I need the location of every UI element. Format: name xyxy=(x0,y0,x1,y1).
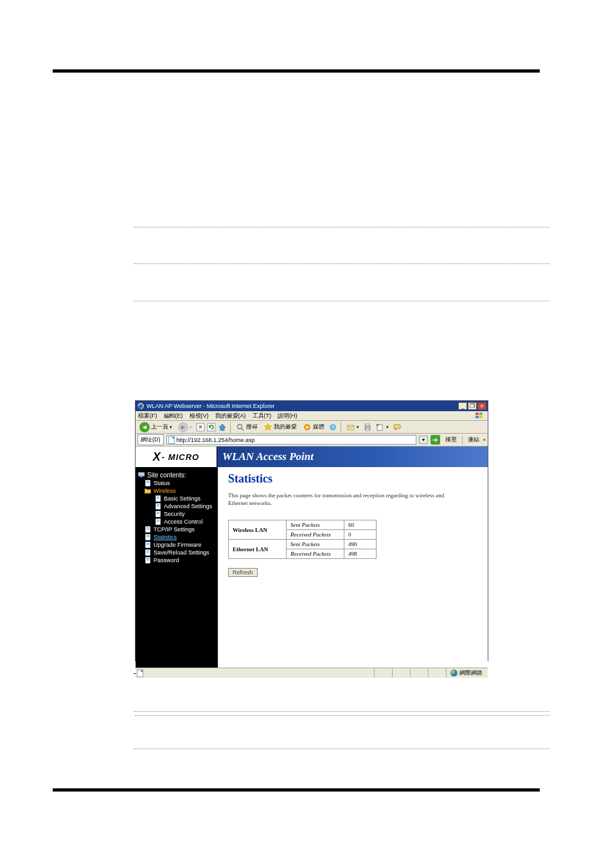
back-button[interactable]: ◄ 上一頁 ▾ xyxy=(138,421,174,433)
menu-view[interactable]: 檢視(V) xyxy=(190,412,209,420)
go-button[interactable]: ➔ xyxy=(431,435,440,445)
close-button[interactable]: × xyxy=(477,402,486,410)
sidebar: Site contents: Status Wireless Basic Set… xyxy=(136,467,218,668)
menu-edit[interactable]: 編輯(E) xyxy=(164,412,183,420)
toolbar: ◄ 上一頁 ▾ ► ▾ × 搜尋 我的最愛 xyxy=(136,421,488,434)
menu-help[interactable]: 說明(H) xyxy=(278,412,298,420)
sidebar-item-label: Statistics xyxy=(154,534,177,540)
menu-tools[interactable]: 工具(T) xyxy=(253,412,272,420)
svg-rect-28 xyxy=(147,483,149,483)
address-label: 網址(D) xyxy=(138,434,164,445)
svg-rect-45 xyxy=(147,535,149,536)
dotted-line xyxy=(134,748,550,749)
media-button[interactable]: 媒體 xyxy=(301,422,326,432)
page-icon xyxy=(155,511,161,517)
table-row: Wireless LAN Sent Packets 60 xyxy=(229,520,377,530)
sidebar-item-label: Wireless xyxy=(154,488,176,494)
back-label: 上一頁 xyxy=(151,423,168,431)
zone-label: 網際網路 xyxy=(459,669,483,677)
app-header: X - MICRO WLAN Access Point xyxy=(136,447,488,467)
mail-button[interactable]: ▾ xyxy=(344,422,361,432)
favorites-button[interactable]: 我的最愛 xyxy=(262,422,299,432)
toolbar-separator xyxy=(462,436,463,445)
svg-rect-49 xyxy=(147,544,149,545)
app-body: Site contents: Status Wireless Basic Set… xyxy=(136,467,488,668)
address-input[interactable]: http://192.168.1.254/home.asp xyxy=(166,435,416,445)
sidebar-item-label: Access Control xyxy=(164,518,203,525)
globe-icon xyxy=(450,669,458,677)
svg-rect-37 xyxy=(157,513,159,514)
menu-favorites[interactable]: 我的最愛(A) xyxy=(215,412,246,420)
sidebar-root[interactable]: Site contents: xyxy=(138,471,215,479)
address-dropdown[interactable]: ▾ xyxy=(419,436,428,444)
sidebar-item-status[interactable]: Status xyxy=(138,479,215,487)
sidebar-item-upgrade-firmware[interactable]: Upgrade Firmware xyxy=(138,541,215,549)
table-interface-cell: Wireless LAN xyxy=(229,520,287,540)
statusbar-pane xyxy=(428,669,446,677)
svg-rect-31 xyxy=(157,498,159,499)
chevron-down-icon: ▾ xyxy=(170,425,172,430)
table-stat-cell: Received Packets xyxy=(287,549,344,559)
sidebar-item-wireless[interactable]: Wireless xyxy=(138,487,215,495)
sidebar-item-access-control[interactable]: Access Control xyxy=(138,518,215,526)
svg-rect-30 xyxy=(157,497,159,497)
page-icon xyxy=(137,669,143,677)
discuss-button[interactable] xyxy=(393,423,402,432)
svg-rect-24 xyxy=(138,472,145,476)
chevron-down-icon: ▾ xyxy=(357,425,359,430)
logo-text: - MICRO xyxy=(162,452,199,462)
refresh-button[interactable] xyxy=(207,423,216,432)
sidebar-item-label: Security xyxy=(164,511,185,517)
maximize-button[interactable]: ❐ xyxy=(468,402,477,410)
back-arrow-icon: ◄ xyxy=(139,422,150,432)
svg-point-8 xyxy=(238,424,242,429)
sidebar-item-statistics[interactable]: Statistics xyxy=(138,533,215,541)
minimize-button[interactable]: _ xyxy=(458,402,467,410)
edit-icon xyxy=(376,423,385,432)
home-button[interactable] xyxy=(218,423,227,432)
refresh-button[interactable]: Refresh xyxy=(228,568,258,577)
chevron-right-icon: » xyxy=(483,437,486,443)
star-icon xyxy=(263,423,272,432)
svg-rect-3 xyxy=(475,416,479,418)
svg-text:×: × xyxy=(199,423,202,430)
status-bar: 網際網路 xyxy=(136,668,488,678)
dotted-line xyxy=(134,227,550,227)
forward-button[interactable]: ► ▾ xyxy=(176,421,194,433)
windows-flag-icon xyxy=(474,412,485,420)
svg-rect-48 xyxy=(147,543,149,544)
window-titlebar: WLAN AP Webserver - Microsoft Internet E… xyxy=(136,401,488,411)
history-button[interactable] xyxy=(328,423,337,432)
dotted-line xyxy=(134,263,550,264)
svg-rect-19 xyxy=(378,424,379,425)
toolbar-separator xyxy=(341,422,341,432)
links-button[interactable]: 連結 xyxy=(468,436,479,444)
chevron-down-icon: ▾ xyxy=(386,425,389,430)
dotted-line xyxy=(135,715,550,716)
table-stat-cell: Sent Packets xyxy=(287,540,344,549)
svg-rect-43 xyxy=(147,529,149,529)
svg-rect-25 xyxy=(140,476,143,477)
favorites-label: 我的最愛 xyxy=(274,423,297,431)
ie-icon xyxy=(137,402,145,410)
sidebar-item-security[interactable]: Security xyxy=(138,510,215,518)
sidebar-item-save-reload-settings[interactable]: Save/Reload Settings xyxy=(138,549,215,556)
menu-file[interactable]: 檔案(F) xyxy=(138,412,157,420)
page-heading: Statistics xyxy=(228,472,477,486)
svg-rect-55 xyxy=(147,560,149,560)
sidebar-item-advanced-settings[interactable]: Advanced Settings xyxy=(138,502,215,510)
page-bottom-rule xyxy=(53,788,540,792)
stop-button[interactable]: × xyxy=(196,423,205,432)
edit-button[interactable]: ▾ xyxy=(374,422,391,432)
svg-rect-40 xyxy=(157,521,159,522)
sidebar-item-tcpip-settings[interactable]: TCP/IP Settings xyxy=(138,526,215,533)
sidebar-item-password[interactable]: Password xyxy=(138,556,215,564)
sidebar-item-basic-settings[interactable]: Basic Settings xyxy=(138,495,215,502)
svg-rect-39 xyxy=(157,520,159,520)
page-description: This page shows the packet counters for … xyxy=(228,492,459,507)
page-icon xyxy=(145,549,151,556)
search-button[interactable]: 搜尋 xyxy=(234,422,260,432)
print-button[interactable] xyxy=(363,423,372,432)
address-bar: 網址(D) http://192.168.1.254/home.asp ▾ ➔ … xyxy=(136,434,488,447)
svg-line-9 xyxy=(242,429,244,430)
